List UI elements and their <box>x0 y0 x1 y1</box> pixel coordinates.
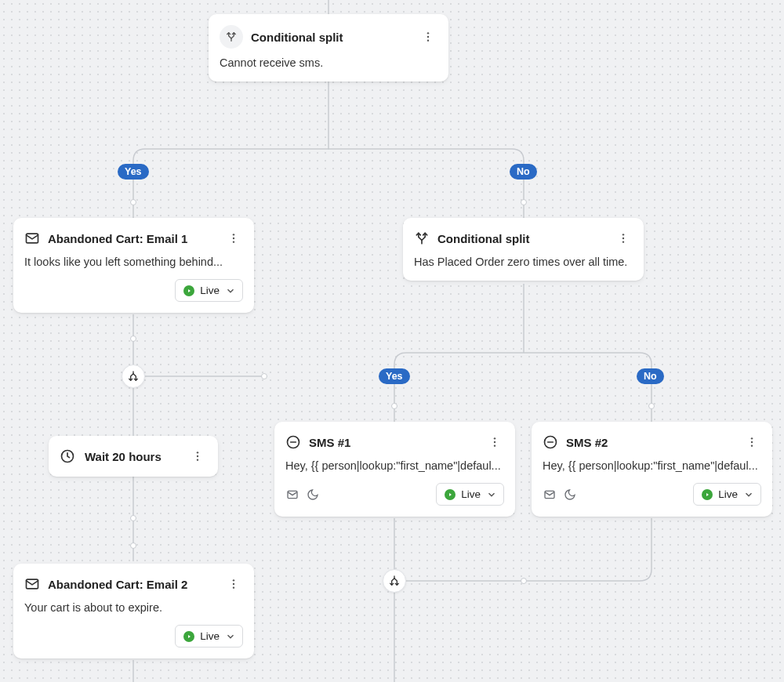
connector-dot <box>130 336 136 342</box>
merge-icon <box>388 575 401 587</box>
connector-dot <box>521 578 527 584</box>
svg-point-37 <box>233 579 234 581</box>
chevron-down-icon <box>486 489 497 500</box>
card-description: Hey, {{ person|lookup:"first_name"|defau… <box>285 458 504 473</box>
more-button[interactable] <box>485 433 504 452</box>
live-indicator-icon <box>183 631 194 642</box>
svg-point-19 <box>622 241 624 242</box>
card-description: It looks like you left something behind.… <box>24 254 243 270</box>
card-title: Abandoned Cart: Email 2 <box>48 578 216 591</box>
svg-point-15 <box>233 238 234 239</box>
svg-point-18 <box>622 238 624 239</box>
node-email-1[interactable]: Abandoned Cart: Email 1 It looks like yo… <box>13 218 254 313</box>
sms-icon <box>285 434 301 450</box>
svg-point-22 <box>197 455 198 457</box>
branch-badge-no: No <box>510 164 537 180</box>
card-description: Your cart is about to expire. <box>24 600 243 615</box>
email-badge-icon <box>543 488 557 502</box>
card-description: Hey, {{ person|lookup:"first_name"|defau… <box>543 458 761 473</box>
svg-point-39 <box>233 586 234 588</box>
sms-icon <box>543 434 558 450</box>
branch-badge-no: No <box>637 368 664 384</box>
connector-dot <box>648 403 655 409</box>
live-indicator-icon <box>183 285 194 296</box>
branch-badge-yes: Yes <box>379 368 410 384</box>
svg-point-38 <box>233 583 234 585</box>
status-dropdown[interactable]: Live <box>175 279 243 302</box>
connector-dot <box>391 403 397 409</box>
chevron-down-icon <box>225 631 236 642</box>
card-title: Conditional split <box>251 31 411 44</box>
chevron-down-icon <box>743 489 754 500</box>
svg-point-23 <box>197 459 198 460</box>
node-sms-2[interactable]: SMS #2 Hey, {{ person|lookup:"first_name… <box>532 422 772 517</box>
more-button[interactable] <box>224 229 243 248</box>
live-indicator-icon <box>445 489 456 500</box>
card-title: SMS #1 <box>309 436 477 449</box>
clock-icon <box>60 448 75 464</box>
flow-canvas[interactable]: Yes No Yes No Conditional split Cannot r… <box>0 0 784 682</box>
card-title: SMS #2 <box>566 436 735 449</box>
svg-point-14 <box>233 234 234 235</box>
branch-badge-yes: Yes <box>118 164 149 180</box>
status-dropdown[interactable]: Live <box>436 483 504 506</box>
merge-node[interactable] <box>122 365 145 388</box>
svg-point-11 <box>427 36 429 38</box>
wait-label: Wait 20 hours <box>85 450 179 463</box>
connector-dot <box>261 373 267 379</box>
status-label: Live <box>200 285 220 296</box>
node-wait[interactable]: Wait 20 hours <box>49 436 218 477</box>
connector-dot <box>521 199 527 205</box>
card-description: Has Placed Order zero times over all tim… <box>414 254 633 270</box>
connector-dot <box>130 515 136 521</box>
more-button[interactable] <box>419 27 437 46</box>
svg-point-32 <box>751 437 753 439</box>
svg-point-17 <box>622 234 624 235</box>
svg-point-27 <box>494 441 495 443</box>
node-conditional-split-2[interactable]: Conditional split Has Placed Order zero … <box>403 218 644 281</box>
merge-node[interactable] <box>383 569 406 593</box>
connector-dot <box>130 542 136 549</box>
more-button[interactable] <box>224 575 243 593</box>
svg-point-34 <box>751 444 753 446</box>
node-email-2[interactable]: Abandoned Cart: Email 2 Your cart is abo… <box>13 564 254 658</box>
node-conditional-split[interactable]: Conditional split Cannot receive sms. <box>209 14 448 82</box>
more-button[interactable] <box>742 433 761 452</box>
live-indicator-icon <box>702 489 713 500</box>
quiet-hours-icon <box>563 488 577 502</box>
status-label: Live <box>461 488 481 500</box>
card-title: Conditional split <box>437 232 606 245</box>
svg-point-26 <box>494 437 495 439</box>
card-description: Cannot receive sms. <box>220 55 437 71</box>
svg-point-16 <box>233 241 234 242</box>
split-icon <box>414 230 430 246</box>
chevron-down-icon <box>225 285 236 296</box>
status-label: Live <box>718 488 738 500</box>
svg-point-28 <box>494 444 495 446</box>
svg-point-33 <box>751 441 753 443</box>
svg-point-21 <box>197 452 198 453</box>
card-title: Abandoned Cart: Email 1 <box>48 232 216 245</box>
status-label: Live <box>200 630 220 642</box>
quiet-hours-icon <box>306 488 320 502</box>
more-button[interactable] <box>188 447 207 466</box>
split-icon <box>220 25 243 49</box>
svg-point-12 <box>427 39 429 41</box>
svg-point-10 <box>427 32 429 34</box>
status-dropdown[interactable]: Live <box>175 625 243 648</box>
email-icon <box>24 230 40 246</box>
email-icon <box>24 576 40 592</box>
connector-dot <box>130 199 136 205</box>
status-dropdown[interactable]: Live <box>693 483 761 506</box>
node-sms-1[interactable]: SMS #1 Hey, {{ person|lookup:"first_name… <box>274 422 515 517</box>
merge-icon <box>127 370 140 383</box>
email-badge-icon <box>285 488 299 502</box>
more-button[interactable] <box>614 229 633 248</box>
